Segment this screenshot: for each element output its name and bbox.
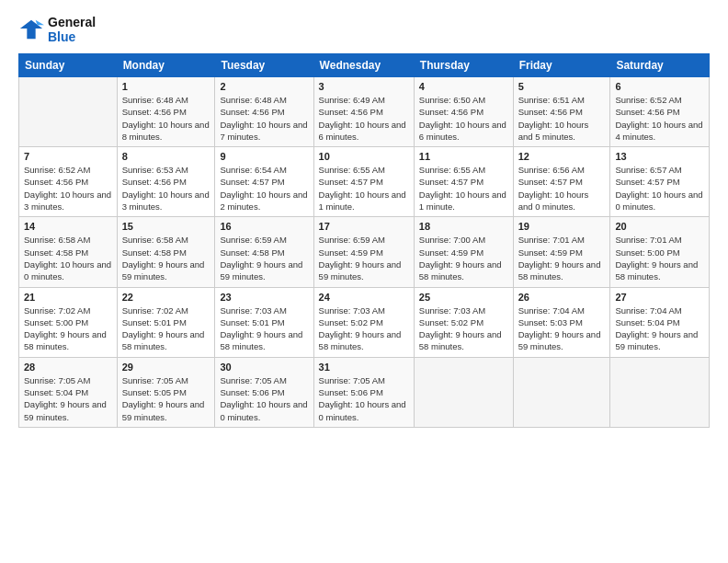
day-info: Sunrise: 6:58 AMSunset: 4:58 PMDaylight:… [24,234,112,282]
day-info: Sunrise: 7:03 AMSunset: 5:02 PMDaylight:… [419,304,508,353]
calendar-cell [19,77,118,147]
day-info: Sunrise: 6:59 AMSunset: 4:58 PMDaylight:… [220,234,308,282]
day-number: 10 [319,151,409,162]
day-info: Sunrise: 7:02 AMSunset: 5:00 PMDaylight:… [24,304,112,353]
day-number: 29 [122,362,210,373]
calendar-cell: 29Sunrise: 7:05 AMSunset: 5:05 PMDayligh… [117,357,215,427]
day-number: 30 [220,362,308,373]
day-info: Sunrise: 6:55 AMSunset: 4:57 PMDaylight:… [419,164,508,213]
weekday-monday: Monday [117,54,215,77]
day-number: 28 [24,362,112,373]
day-number: 1 [122,81,210,92]
day-number: 19 [518,221,606,232]
weekday-tuesday: Tuesday [215,54,313,77]
calendar-cell: 4Sunrise: 6:50 AMSunset: 4:56 PMDaylight… [414,77,513,147]
day-number: 5 [518,81,606,92]
day-number: 11 [419,151,508,162]
day-number: 3 [319,81,409,92]
day-number: 22 [122,292,210,303]
weekday-header-row: SundayMondayTuesdayWednesdayThursdayFrid… [19,54,710,77]
day-number: 2 [220,81,308,92]
calendar-cell [610,357,710,427]
day-info: Sunrise: 7:01 AMSunset: 4:59 PMDaylight:… [518,234,606,282]
page: General Blue SundayMondayTuesdayWednesda… [0,0,728,563]
calendar-cell: 21Sunrise: 7:02 AMSunset: 5:00 PMDayligh… [19,287,118,357]
calendar-cell: 5Sunrise: 6:51 AMSunset: 4:56 PMDaylight… [513,77,610,147]
logo-text: General Blue [48,15,96,44]
calendar-cell: 31Sunrise: 7:05 AMSunset: 5:06 PMDayligh… [313,357,414,427]
calendar-cell: 28Sunrise: 7:05 AMSunset: 5:04 PMDayligh… [19,357,118,427]
day-info: Sunrise: 6:48 AMSunset: 4:56 PMDaylight:… [122,94,210,143]
day-number: 13 [615,151,704,162]
day-info: Sunrise: 6:57 AMSunset: 4:57 PMDaylight:… [615,164,704,213]
calendar-cell: 24Sunrise: 7:03 AMSunset: 5:02 PMDayligh… [313,287,414,357]
day-info: Sunrise: 7:00 AMSunset: 4:59 PMDaylight:… [419,234,508,282]
day-number: 20 [615,221,704,232]
calendar-cell: 11Sunrise: 6:55 AMSunset: 4:57 PMDayligh… [414,147,513,217]
day-info: Sunrise: 6:56 AMSunset: 4:57 PMDaylight:… [518,164,606,213]
weekday-friday: Friday [513,54,610,77]
day-info: Sunrise: 6:50 AMSunset: 4:56 PMDaylight:… [419,94,508,143]
calendar-cell: 10Sunrise: 6:55 AMSunset: 4:57 PMDayligh… [313,147,414,217]
calendar-cell: 22Sunrise: 7:02 AMSunset: 5:01 PMDayligh… [117,287,215,357]
calendar-cell: 14Sunrise: 6:58 AMSunset: 4:58 PMDayligh… [19,217,118,287]
weekday-saturday: Saturday [610,54,710,77]
logo-icon [18,17,44,42]
day-info: Sunrise: 7:03 AMSunset: 5:01 PMDaylight:… [220,304,308,353]
day-number: 9 [220,151,308,162]
day-number: 26 [518,292,606,303]
calendar-cell: 15Sunrise: 6:58 AMSunset: 4:58 PMDayligh… [117,217,215,287]
calendar-cell: 3Sunrise: 6:49 AMSunset: 4:56 PMDaylight… [313,77,414,147]
day-number: 8 [122,151,210,162]
day-info: Sunrise: 6:59 AMSunset: 4:59 PMDaylight:… [319,234,409,282]
day-number: 12 [518,151,606,162]
calendar-cell: 26Sunrise: 7:04 AMSunset: 5:03 PMDayligh… [513,287,610,357]
day-info: Sunrise: 6:51 AMSunset: 4:56 PMDaylight:… [518,94,606,143]
day-number: 6 [615,81,704,92]
day-number: 27 [615,292,704,303]
day-info: Sunrise: 6:55 AMSunset: 4:57 PMDaylight:… [319,164,409,213]
day-info: Sunrise: 7:05 AMSunset: 5:06 PMDaylight:… [319,374,409,423]
day-number: 15 [122,221,210,232]
calendar-cell: 2Sunrise: 6:48 AMSunset: 4:56 PMDaylight… [215,77,313,147]
calendar-table: SundayMondayTuesdayWednesdayThursdayFrid… [18,53,710,428]
calendar-cell: 27Sunrise: 7:04 AMSunset: 5:04 PMDayligh… [610,287,710,357]
day-info: Sunrise: 7:05 AMSunset: 5:06 PMDaylight:… [220,374,308,423]
day-number: 14 [24,221,112,232]
day-number: 7 [24,151,112,162]
day-number: 21 [24,292,112,303]
day-number: 24 [319,292,409,303]
day-info: Sunrise: 6:49 AMSunset: 4:56 PMDaylight:… [319,94,409,143]
day-info: Sunrise: 7:01 AMSunset: 5:00 PMDaylight:… [615,234,704,282]
calendar-cell: 6Sunrise: 6:52 AMSunset: 4:56 PMDaylight… [610,77,710,147]
calendar-cell: 1Sunrise: 6:48 AMSunset: 4:56 PMDaylight… [117,77,215,147]
calendar-cell: 7Sunrise: 6:52 AMSunset: 4:56 PMDaylight… [19,147,118,217]
day-number: 4 [419,81,508,92]
calendar-cell: 18Sunrise: 7:00 AMSunset: 4:59 PMDayligh… [414,217,513,287]
day-number: 23 [220,292,308,303]
calendar-cell: 12Sunrise: 6:56 AMSunset: 4:57 PMDayligh… [513,147,610,217]
day-number: 31 [319,362,409,373]
day-info: Sunrise: 6:54 AMSunset: 4:57 PMDaylight:… [220,164,308,213]
day-number: 18 [419,221,508,232]
header: General Blue [18,15,710,44]
day-info: Sunrise: 6:58 AMSunset: 4:58 PMDaylight:… [122,234,210,282]
calendar-cell: 23Sunrise: 7:03 AMSunset: 5:01 PMDayligh… [215,287,313,357]
weekday-thursday: Thursday [414,54,513,77]
calendar-cell: 8Sunrise: 6:53 AMSunset: 4:56 PMDaylight… [117,147,215,217]
calendar-cell: 25Sunrise: 7:03 AMSunset: 5:02 PMDayligh… [414,287,513,357]
day-number: 25 [419,292,508,303]
day-info: Sunrise: 7:03 AMSunset: 5:02 PMDaylight:… [319,304,409,353]
week-row-1: 1Sunrise: 6:48 AMSunset: 4:56 PMDaylight… [19,77,710,147]
day-info: Sunrise: 7:05 AMSunset: 5:05 PMDaylight:… [122,374,210,423]
calendar-cell: 20Sunrise: 7:01 AMSunset: 5:00 PMDayligh… [610,217,710,287]
day-info: Sunrise: 6:52 AMSunset: 4:56 PMDaylight:… [24,164,112,213]
calendar-cell: 13Sunrise: 6:57 AMSunset: 4:57 PMDayligh… [610,147,710,217]
week-row-4: 21Sunrise: 7:02 AMSunset: 5:00 PMDayligh… [19,287,710,357]
calendar-cell: 16Sunrise: 6:59 AMSunset: 4:58 PMDayligh… [215,217,313,287]
day-info: Sunrise: 6:48 AMSunset: 4:56 PMDaylight:… [220,94,308,143]
day-number: 17 [319,221,409,232]
calendar-cell: 30Sunrise: 7:05 AMSunset: 5:06 PMDayligh… [215,357,313,427]
logo: General Blue [18,15,96,44]
day-info: Sunrise: 7:04 AMSunset: 5:04 PMDaylight:… [615,304,704,353]
